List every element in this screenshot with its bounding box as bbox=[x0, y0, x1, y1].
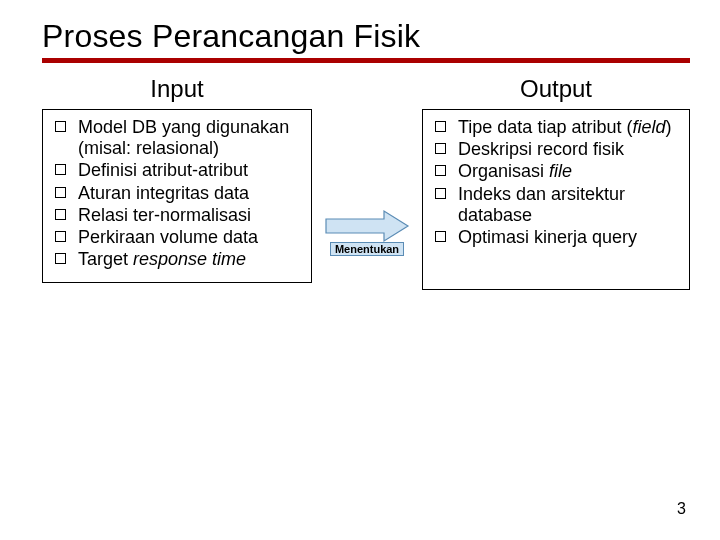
list-item-text: Perkiraan volume data bbox=[78, 227, 301, 248]
connector-column: Menentukan bbox=[317, 69, 417, 256]
square-bullet-icon bbox=[435, 121, 446, 132]
square-bullet-icon bbox=[55, 209, 66, 220]
square-bullet-icon bbox=[55, 164, 66, 175]
list-item: Tipe data tiap atribut (field) bbox=[433, 117, 679, 138]
input-heading: Input bbox=[42, 75, 312, 103]
arrow: Menentukan bbox=[324, 209, 410, 256]
input-column: Input Model DB yang digunakan (misal: re… bbox=[42, 69, 312, 283]
svg-marker-0 bbox=[326, 211, 408, 241]
output-box: Tipe data tiap atribut (field)Deskripsi … bbox=[422, 109, 690, 290]
list-item-text: Optimasi kinerja query bbox=[458, 227, 679, 248]
columns: Input Model DB yang digunakan (misal: re… bbox=[42, 69, 690, 290]
list-item-text: Deskripsi record fisik bbox=[458, 139, 679, 160]
list-item-text: Aturan integritas data bbox=[78, 183, 301, 204]
list-item: Target response time bbox=[53, 249, 301, 270]
input-box: Model DB yang digunakan (misal: relasion… bbox=[42, 109, 312, 283]
list-item-text: Indeks dan arsitektur database bbox=[458, 184, 679, 226]
title-block: Proses Perancangan Fisik bbox=[42, 18, 690, 63]
list-item: Definisi atribut-atribut bbox=[53, 160, 301, 181]
square-bullet-icon bbox=[435, 143, 446, 154]
list-item: Optimasi kinerja query bbox=[433, 227, 679, 248]
square-bullet-icon bbox=[435, 231, 446, 242]
input-list: Model DB yang digunakan (misal: relasion… bbox=[53, 117, 301, 271]
square-bullet-icon bbox=[55, 253, 66, 264]
square-bullet-icon bbox=[55, 231, 66, 242]
list-item-text: Model DB yang digunakan (misal: relasion… bbox=[78, 117, 301, 159]
list-item: Organisasi file bbox=[433, 161, 679, 182]
list-item: Aturan integritas data bbox=[53, 183, 301, 204]
page-number: 3 bbox=[677, 500, 686, 518]
output-list: Tipe data tiap atribut (field)Deskripsi … bbox=[433, 117, 679, 248]
list-item-text: Organisasi file bbox=[458, 161, 679, 182]
list-item-text: Relasi ter-normalisasi bbox=[78, 205, 301, 226]
square-bullet-icon bbox=[55, 187, 66, 198]
list-item: Deskripsi record fisik bbox=[433, 139, 679, 160]
list-item-text: Definisi atribut-atribut bbox=[78, 160, 301, 181]
square-bullet-icon bbox=[435, 165, 446, 176]
list-item: Perkiraan volume data bbox=[53, 227, 301, 248]
output-column: Output Tipe data tiap atribut (field)Des… bbox=[422, 69, 690, 290]
list-item-text: Tipe data tiap atribut (field) bbox=[458, 117, 679, 138]
slide: Proses Perancangan Fisik Input Model DB … bbox=[0, 0, 720, 540]
title-rule bbox=[42, 58, 690, 63]
list-item: Model DB yang digunakan (misal: relasion… bbox=[53, 117, 301, 159]
list-item-text: Target response time bbox=[78, 249, 301, 270]
output-heading: Output bbox=[422, 75, 690, 103]
square-bullet-icon bbox=[55, 121, 66, 132]
list-item: Relasi ter-normalisasi bbox=[53, 205, 301, 226]
arrow-icon bbox=[324, 209, 410, 243]
arrow-label: Menentukan bbox=[330, 242, 404, 256]
square-bullet-icon bbox=[435, 188, 446, 199]
page-title: Proses Perancangan Fisik bbox=[42, 18, 690, 55]
list-item: Indeks dan arsitektur database bbox=[433, 184, 679, 226]
